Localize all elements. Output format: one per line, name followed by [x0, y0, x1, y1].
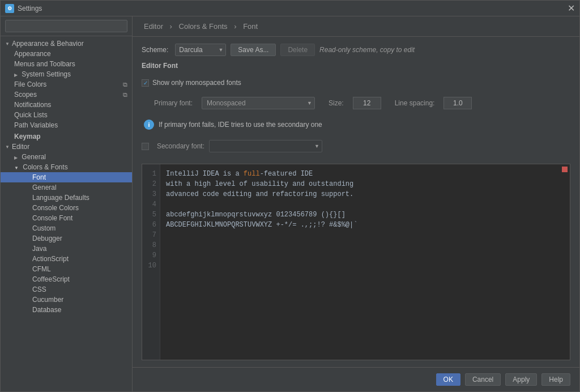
expand-icon: ▶ [14, 155, 18, 160]
sidebar-item-system-settings[interactable]: ▶ System Settings [1, 69, 132, 79]
monospaced-checkbox-row: Show only monospaced fonts [142, 79, 570, 87]
expand-icon: ▶ [14, 73, 18, 78]
ok-button[interactable]: OK [436, 373, 460, 386]
size-label: Size: [329, 99, 344, 107]
info-text: If primary font fails, IDE tries to use … [159, 121, 322, 129]
sidebar-item-language-defaults[interactable]: Language Defaults [1, 193, 132, 203]
scheme-select-wrapper: Darcula Default ▼ [175, 44, 226, 56]
expand-icon: ▼ [5, 41, 10, 46]
breadcrumb-sep1: › [170, 22, 172, 31]
search-box [1, 16, 132, 36]
sidebar-item-console-colors[interactable]: Console Colors [1, 203, 132, 213]
secondary-font-select-wrapper: ▼ [209, 140, 322, 152]
help-button[interactable]: Help [541, 373, 570, 386]
breadcrumb-part1: Editor [144, 22, 163, 31]
save-as-button[interactable]: Save As... [231, 44, 276, 56]
sidebar: ▼ Appearance & Behavior Appearance Menus… [1, 16, 133, 391]
sidebar-item-java[interactable]: Java [1, 244, 132, 254]
line-numbers: 1 2 3 4 5 6 7 8 9 10 [142, 164, 160, 360]
window-title: Settings [18, 5, 42, 12]
secondary-font-label: Secondary font: [153, 142, 204, 150]
breadcrumb-sep2: › [234, 22, 236, 31]
sidebar-item-cfml[interactable]: CFML [1, 264, 132, 274]
size-input[interactable] [353, 97, 381, 109]
copy-icon: ⧉ [123, 91, 127, 99]
breadcrumb: Editor › Colors & Fonts › Font [133, 16, 579, 37]
sidebar-item-editor[interactable]: ▼ Editor [1, 142, 132, 152]
primary-font-select-wrapper: Monospaced ▼ [202, 97, 315, 109]
primary-font-label: Primary font: [142, 99, 193, 107]
delete-button[interactable]: Delete [280, 44, 315, 56]
spacing-label: Line spacing: [395, 99, 435, 107]
sidebar-item-menus-toolbars[interactable]: Menus and Toolbars [1, 59, 132, 69]
sidebar-item-notifications[interactable]: Notifications [1, 100, 132, 110]
title-bar: ⚙ Settings ✕ [1, 1, 579, 16]
sidebar-item-css[interactable]: CSS [1, 284, 132, 295]
info-icon: i [144, 120, 154, 130]
nav-tree: ▼ Appearance & Behavior Appearance Menus… [1, 36, 132, 391]
close-button[interactable]: ✕ [567, 5, 575, 12]
settings-window: ⚙ Settings ✕ ▼ Appearance & Behavior App… [0, 0, 580, 392]
right-panel: Editor › Colors & Fonts › Font Scheme: D… [133, 16, 579, 391]
primary-font-select[interactable]: Monospaced [202, 97, 315, 109]
sidebar-item-scopes[interactable]: Scopes ⧉ [1, 90, 132, 100]
scheme-label: Scheme: [142, 46, 168, 54]
sidebar-item-console-font[interactable]: Console Font [1, 213, 132, 223]
expand-icon: ▼ [14, 165, 19, 171]
editor-font-section-title: Editor Font [142, 62, 570, 70]
title-bar-left: ⚙ Settings [5, 4, 42, 13]
secondary-font-row: Secondary font: ▼ [142, 140, 570, 152]
sidebar-item-colors-fonts[interactable]: ▼ Colors & Fonts [1, 162, 132, 172]
monospaced-label: Show only monospaced fonts [152, 79, 241, 87]
bottom-bar: OK Cancel Apply Help [133, 367, 579, 391]
corner-mark [562, 167, 568, 172]
code-preview: IntelliJ IDEA is a full-featured IDE wit… [160, 164, 570, 360]
sidebar-item-path-variables[interactable]: Path Variables [1, 120, 132, 130]
cancel-button[interactable]: Cancel [465, 373, 501, 386]
sidebar-item-custom[interactable]: Custom [1, 223, 132, 233]
readonly-text: Read-only scheme, copy to edit [319, 46, 415, 54]
spacing-input[interactable] [443, 97, 472, 109]
sidebar-item-general-sub[interactable]: General [1, 182, 132, 193]
sidebar-item-database[interactable]: Database [1, 305, 132, 315]
info-row: i If primary font fails, IDE tries to us… [142, 120, 570, 130]
expand-icon: ▼ [5, 144, 10, 150]
app-icon: ⚙ [5, 4, 14, 13]
sidebar-item-font[interactable]: Font [1, 172, 132, 182]
scheme-row: Scheme: Darcula Default ▼ Save As... Del… [142, 44, 570, 56]
sidebar-item-quick-lists[interactable]: Quick Lists [1, 110, 132, 120]
sidebar-item-debugger[interactable]: Debugger [1, 233, 132, 244]
scheme-select[interactable]: Darcula Default [175, 44, 226, 56]
secondary-font-checkbox[interactable] [142, 143, 149, 150]
breadcrumb-part3: Font [243, 22, 258, 31]
settings-content: Scheme: Darcula Default ▼ Save As... Del… [133, 37, 579, 367]
sidebar-item-appearance[interactable]: Appearance [1, 49, 132, 59]
preview-area: 1 2 3 4 5 6 7 8 9 10 IntelliJ IDEA is a … [142, 164, 570, 360]
search-input[interactable] [5, 20, 127, 32]
sidebar-item-file-colors[interactable]: File Colors ⧉ [1, 79, 132, 90]
sidebar-section-label: Appearance & Behavior [12, 40, 84, 48]
sidebar-item-appearance-behavior[interactable]: ▼ Appearance & Behavior [1, 39, 132, 49]
sidebar-item-cucumber[interactable]: Cucumber [1, 295, 132, 305]
copy-icon: ⧉ [123, 81, 127, 88]
primary-font-row: Primary font: Monospaced ▼ Size: Line sp… [142, 97, 570, 109]
breadcrumb-part2: Colors & Fonts [179, 22, 228, 31]
main-content: ▼ Appearance & Behavior Appearance Menus… [1, 16, 579, 391]
monospaced-checkbox[interactable] [142, 79, 149, 87]
secondary-font-select[interactable] [209, 140, 322, 152]
sidebar-item-keymap[interactable]: Keymap [1, 130, 132, 142]
sidebar-item-general[interactable]: ▶ General [1, 152, 132, 162]
apply-button[interactable]: Apply [505, 373, 537, 386]
sidebar-item-actionscript[interactable]: ActionScript [1, 254, 132, 264]
preview-line1: IntelliJ IDEA is a full-featured IDE wit… [166, 170, 357, 229]
sidebar-item-coffeescript[interactable]: CoffeeScript [1, 274, 132, 284]
